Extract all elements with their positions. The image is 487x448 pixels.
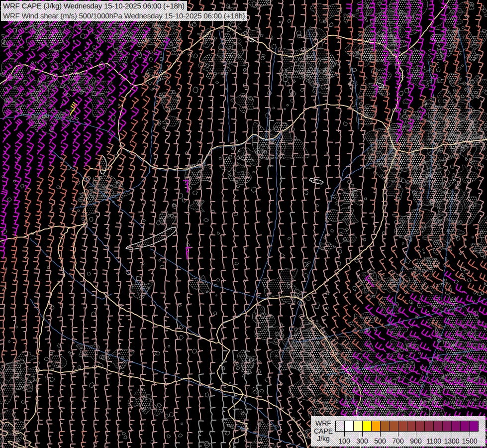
legend-label: WRF CAPE J/kg [312, 420, 335, 443]
legend-tick [452, 432, 452, 437]
legend-tick-label: 1100 [426, 437, 441, 445]
legend-tick-label: 1500 [462, 437, 477, 445]
legend-swatch [363, 421, 372, 431]
legend-tick-label: 700 [392, 437, 403, 445]
legend-colorbar [335, 421, 479, 432]
legend-swatch [443, 421, 452, 431]
title-bar-cape: WRF CAPE (J/kg) Wednesday 15-10-2025 06:… [1, 1, 187, 11]
title-shear-text: WRF Wind shear (m/s) 500/1000hPa Wednesd… [3, 11, 245, 20]
legend-tick-label: 100 [338, 437, 350, 445]
legend-swatch [407, 421, 416, 431]
legend-tick-label: 500 [374, 437, 386, 445]
legend-swatch [461, 421, 470, 431]
legend-swatch [381, 421, 390, 431]
legend-swatch [452, 421, 461, 431]
legend-tick [380, 432, 381, 437]
legend-label-line1: WRF [312, 420, 335, 428]
legend-swatch [372, 421, 381, 431]
legend-swatch [390, 421, 398, 431]
title-bar-shear: WRF Wind shear (m/s) 500/1000hPa Wednesd… [1, 11, 247, 21]
wrf-weather-map: WRF CAPE (J/kg) Wednesday 15-10-2025 06:… [0, 0, 487, 448]
legend-tick [416, 432, 416, 437]
cape-legend: WRF CAPE J/kg 10030050070090011001300150… [311, 416, 486, 447]
legend-tick-label: 300 [356, 437, 368, 445]
title-cape-text: WRF CAPE (J/kg) Wednesday 15-10-2025 06:… [3, 1, 185, 10]
legend-tick-label: 1300 [444, 437, 459, 445]
legend-tick [362, 432, 363, 437]
legend-swatch [345, 421, 354, 431]
map-canvas [0, 0, 487, 448]
legend-label-line2: CAPE [312, 428, 335, 436]
legend-swatch [354, 421, 363, 431]
legend-swatch [434, 421, 443, 431]
legend-tick [470, 432, 470, 437]
legend-label-line3: J/kg [312, 435, 335, 443]
legend-tick [344, 432, 345, 437]
legend-swatch [470, 421, 478, 431]
legend-tick [434, 432, 434, 437]
legend-swatch [416, 421, 425, 431]
legend-tick-label: 900 [410, 437, 421, 445]
legend-swatch [425, 421, 434, 431]
legend-tick [398, 432, 398, 437]
legend-swatch [398, 421, 407, 431]
legend-swatch [336, 421, 345, 431]
